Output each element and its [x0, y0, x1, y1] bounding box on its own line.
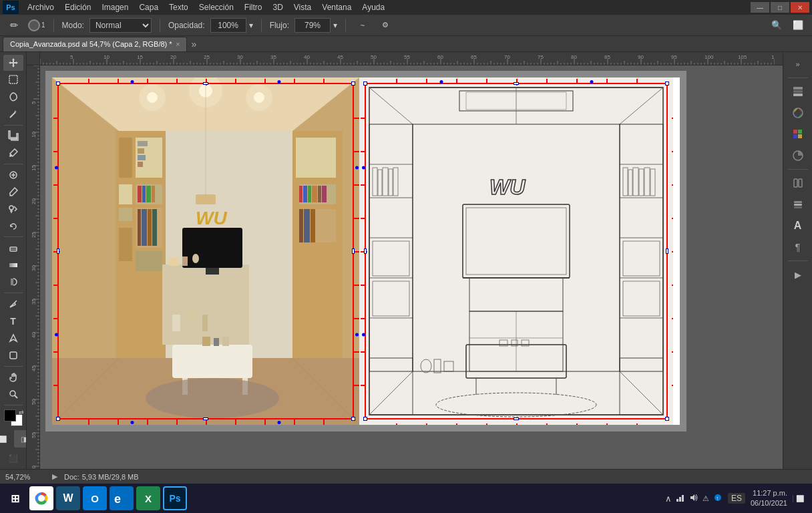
- swap-colors-icon[interactable]: ⇄: [19, 409, 24, 415]
- tool-text[interactable]: T: [3, 313, 23, 329]
- blend-mode-select[interactable]: Normal Multiplicar Pantalla Superponer L…: [89, 18, 152, 33]
- tab-close-button[interactable]: ×: [176, 41, 180, 48]
- document-inner: WU: [52, 77, 680, 425]
- svg-rect-53: [308, 186, 311, 202]
- tool-lasso[interactable]: [3, 89, 23, 105]
- tool-path-select[interactable]: [3, 330, 23, 346]
- menu-3d[interactable]: 3D: [268, 1, 287, 13]
- doc-label: Doc:: [64, 473, 79, 481]
- layers-btn[interactable]: [787, 195, 809, 214]
- maximize-button[interactable]: □: [771, 2, 789, 13]
- menu-texto[interactable]: Texto: [164, 1, 193, 13]
- menu-ayuda[interactable]: Ayuda: [357, 1, 389, 13]
- taskbar-outlook[interactable]: O: [83, 486, 107, 510]
- show-desktop[interactable]: ⬜: [793, 495, 804, 502]
- minimize-button[interactable]: —: [751, 2, 769, 13]
- tool-crop[interactable]: [3, 128, 23, 144]
- channels-panel-btn[interactable]: [787, 82, 809, 101]
- char-style-btn[interactable]: ¶: [787, 238, 809, 256]
- toolbar-sep-5: [4, 366, 23, 367]
- start-button[interactable]: ⊞: [3, 486, 27, 510]
- tool-shape[interactable]: [3, 347, 23, 363]
- toolbar-sep-2: [4, 164, 23, 164]
- tool-hand[interactable]: [3, 369, 23, 385]
- panel-collapse-btn[interactable]: »: [787, 55, 809, 73]
- tool-eyedropper[interactable]: [3, 145, 23, 161]
- brush-preset-picker[interactable]: [28, 19, 40, 31]
- tray-network[interactable]: [676, 493, 685, 504]
- screen-mode[interactable]: ⬛: [3, 450, 23, 466]
- tool-pen[interactable]: [3, 296, 23, 312]
- close-button[interactable]: ✕: [791, 2, 809, 13]
- opacity-input[interactable]: [210, 18, 246, 33]
- menu-edicion[interactable]: Edición: [60, 1, 95, 13]
- tray-expand[interactable]: ∧: [665, 494, 672, 504]
- flow-input[interactable]: [294, 18, 331, 33]
- tool-select-rect[interactable]: [3, 72, 23, 88]
- svg-rect-140: [793, 90, 803, 93]
- svg-rect-98: [378, 170, 382, 196]
- taskbar-clock[interactable]: 11:27 p.m. 06/10/2021: [751, 488, 787, 509]
- menu-filtro[interactable]: Filtro: [240, 1, 267, 13]
- taskbar-explorer[interactable]: e: [110, 486, 134, 510]
- adjustments-btn[interactable]: [787, 146, 809, 165]
- swatches-btn[interactable]: [787, 125, 809, 144]
- svg-rect-9: [10, 352, 17, 359]
- menu-bar: Ps Archivo Edición Imagen Capa Texto Sel…: [0, 0, 812, 15]
- tool-history-brush[interactable]: [3, 218, 23, 234]
- tray-volume[interactable]: [689, 493, 698, 504]
- tab-arrow-right[interactable]: »: [191, 39, 196, 49]
- quick-mask-mode[interactable]: ◨: [14, 430, 27, 448]
- tool-move[interactable]: [3, 55, 23, 71]
- foreground-color-swatch[interactable]: [4, 409, 16, 421]
- svg-rect-118: [463, 204, 570, 278]
- taskbar-chrome[interactable]: [29, 486, 53, 510]
- zoom-level: 54,72%: [5, 473, 45, 481]
- svg-rect-134: [620, 358, 663, 415]
- menu-ventana[interactable]: Ventana: [317, 1, 356, 13]
- menu-archivo[interactable]: Archivo: [23, 1, 59, 13]
- svg-rect-54: [312, 186, 317, 202]
- workspace-icon[interactable]: ⬜: [789, 17, 807, 33]
- menu-capa[interactable]: Capa: [134, 1, 163, 13]
- tool-clone-stamp[interactable]: [3, 201, 23, 217]
- taskbar-word[interactable]: W: [56, 486, 80, 510]
- svg-rect-73: [172, 315, 180, 331]
- taskbar: ⊞ W O e X Ps ∧ ⚠ ↑ ES 11:27 p.m.: [0, 484, 812, 513]
- document-tab[interactable]: Copia_Avanzada.psd al 54,7% (Capa 2, RGB…: [3, 37, 187, 51]
- tool-zoom[interactable]: [3, 386, 23, 402]
- smoothing-settings-icon[interactable]: ⚙: [377, 17, 394, 33]
- tool-eraser[interactable]: [3, 240, 23, 256]
- search-icon[interactable]: 🔍: [768, 17, 785, 33]
- language-indicator[interactable]: ES: [728, 493, 745, 504]
- tool-dodge[interactable]: [3, 275, 23, 291]
- flow-dropdown[interactable]: ▾: [333, 21, 337, 30]
- libraries-btn[interactable]: [787, 174, 809, 192]
- taskbar-photoshop[interactable]: Ps: [163, 486, 187, 510]
- tool-heal[interactable]: [3, 167, 23, 183]
- tool-brush[interactable]: [3, 184, 23, 200]
- tray-update[interactable]: ↑: [713, 493, 723, 504]
- svg-rect-23: [119, 228, 132, 261]
- tool-gradient[interactable]: [3, 257, 23, 273]
- canvas-area[interactable]: // Will be generated by JS below: [27, 52, 783, 469]
- svg-line-85: [369, 88, 413, 124]
- smoothing-icon[interactable]: ~: [354, 17, 371, 33]
- status-arrow[interactable]: ▶: [52, 472, 57, 481]
- typography-btn[interactable]: A: [787, 216, 809, 235]
- svg-rect-37: [142, 209, 147, 246]
- color-wheel-btn[interactable]: [787, 104, 809, 122]
- fg-bg-colors[interactable]: ⇄: [4, 409, 23, 426]
- document-canvas[interactable]: WU: [45, 71, 686, 432]
- tray-alert[interactable]: ⚠: [702, 494, 709, 503]
- brush-tool-icon[interactable]: ✏: [5, 17, 23, 33]
- svg-rect-101: [393, 168, 398, 196]
- taskbar-excel[interactable]: X: [136, 486, 160, 510]
- tool-magic-wand[interactable]: [3, 106, 23, 122]
- menu-vista[interactable]: Vista: [289, 1, 316, 13]
- menu-imagen[interactable]: Imagen: [97, 1, 133, 13]
- animation-play-btn[interactable]: ▶: [787, 265, 809, 284]
- standard-mode[interactable]: ⬜: [0, 430, 13, 448]
- menu-seleccion[interactable]: Selección: [194, 1, 238, 13]
- opacity-dropdown[interactable]: ▾: [249, 21, 253, 30]
